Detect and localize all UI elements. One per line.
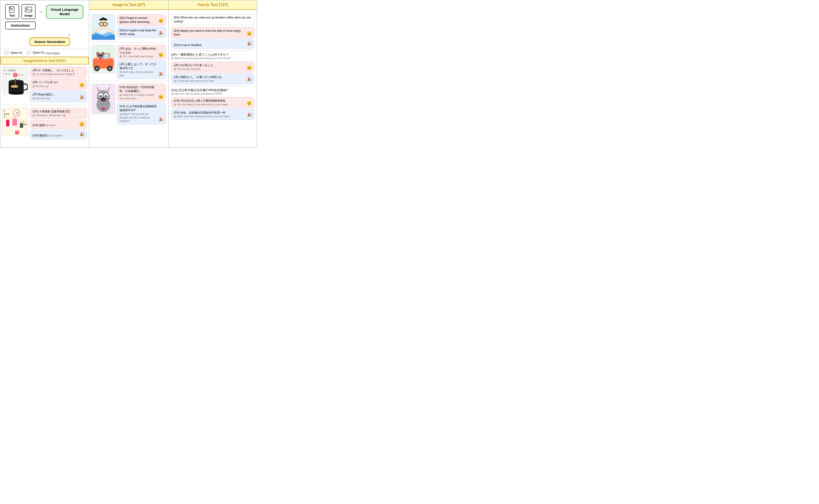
svg-text:②: ② xyxy=(4,110,5,112)
i2t-header: Image to Text (I2T) xyxy=(89,0,168,10)
it2t-bubble-1-1-text: (JP) ① 大変嬉し、ついに?ました xyxy=(32,68,84,72)
i2t-bubble-swimmer-2-text: (EN) An apple a day keep the doctor away… xyxy=(119,29,157,36)
it2t-bubble-2-1-text: (CN) ①求婚者 ②被求婚者 ③? xyxy=(32,110,84,114)
t2t-bubble-en-2-emoji: 🎉 xyxy=(247,41,252,47)
it2t-cards-2: (CN) ①求婚者 ②被求婚者 ③? @ ①Proposer ②Proposee… xyxy=(30,108,87,139)
svg-point-29 xyxy=(13,115,16,119)
arrow-down-1: ↓ xyxy=(68,32,70,36)
top-diagram: ≡ Text Image → xyxy=(0,0,89,49)
i2t-cards-swimmer: (EN) Forgot to remove glasses while swim… xyxy=(117,14,166,40)
svg-rect-34 xyxy=(6,120,9,126)
it2t-image-cup: ① 大変嬉し ついに ? ました xyxy=(2,67,28,95)
svg-point-76 xyxy=(106,95,107,96)
i2t-bubble-cat-2-emoji: 🎉 xyxy=(158,117,163,123)
legend-item-2: Qwen-VL+ CLoT (Ours) xyxy=(26,51,59,55)
center-panel: Image to Text (I2T) xyxy=(89,0,169,147)
it2t-bubble-2-3-text: (CN) 翻译员 @ Translator xyxy=(32,134,78,138)
i2t-title: Image to Text (I2T) xyxy=(112,3,145,7)
text-doc-icon: ≡ xyxy=(8,6,16,14)
i2t-bubble-cat-1-text: (CN) 哈哈这是一只快乐的猫咪，它张着嘴巴.... @ Haha this i… xyxy=(119,85,157,100)
i2t-block-cat: (CN) 哈哈这是一只快乐的猫咪，它张着嘴巴.... @ Haha this i… xyxy=(92,81,166,127)
svg-point-80 xyxy=(103,108,104,110)
arrow-right-1: → xyxy=(38,9,43,14)
i2t-cards-dog: (JP) ああ、やっと運転が始められるね @ Oh, I can finally… xyxy=(117,45,166,79)
svg-text:ました: ました xyxy=(17,74,23,76)
swimmer-illustration xyxy=(92,15,115,40)
vlm-label: Visual LanguageModel xyxy=(51,7,79,16)
t2t-header: Text to Text (T2T) xyxy=(169,0,257,10)
i2t-bubble-cat-2-text: (CN) 什么?!现在要去宠物医院做绝育手术!? @ What?! Going … xyxy=(119,104,157,123)
it2t-cards-1: (JP) ① 大変嬉し、ついに?ました @ ① I am so happy be… xyxy=(30,67,87,102)
svg-point-73 xyxy=(99,95,102,97)
i2t-bubble-swimmer-1-text: (EN) Forgot to remove glasses while swim… xyxy=(119,16,157,24)
svg-text:ついに: ついに xyxy=(4,73,11,75)
cup-illustration: ① 大変嬉し ついに ? ました xyxy=(3,67,28,95)
t2t-block-cn: (CN) 怎么样才能让论文被CVPR会议接收? @ How can I get … xyxy=(171,86,254,122)
wedding-illustration: ② 被求婚 者 ① 求婚者 ③ xyxy=(3,108,28,136)
t2t-bubble-en-1-text: (EN) Maybe you need to enlist the help o… xyxy=(174,29,246,37)
t2t-block-jp: (JP) 一番絶望的だと思うことは何ですか？ @ What's the most… xyxy=(171,51,254,86)
svg-text:者: 者 xyxy=(4,116,5,118)
t2t-bubble-en-1: (EN) Maybe you need to enlist the help o… xyxy=(171,27,254,39)
legend-swatch-1 xyxy=(4,51,9,55)
it2t-bubble-1-3-text: (JP) Bugを修正し@ fixed the Bug xyxy=(32,93,78,100)
main-container: ≡ Text Image → xyxy=(0,0,257,148)
svg-text:?: ? xyxy=(16,131,18,134)
i2t-block-swimmer: (EN) Forgot to remove glasses while swim… xyxy=(92,12,166,43)
t2t-title: Text to Text (T2T) xyxy=(197,3,228,7)
it2t-content: ① 大変嬉し ついに ? ました xyxy=(0,64,89,147)
humor-label: Humor Generation xyxy=(34,40,65,44)
it2t-title: Image&Text to Text (IT2T) xyxy=(23,59,66,63)
legend-item-1: Qwen-VL xyxy=(4,51,22,55)
svg-text:≡: ≡ xyxy=(9,7,10,9)
svg-rect-32 xyxy=(20,123,23,128)
dog-driving-illustration xyxy=(92,45,115,73)
svg-rect-30 xyxy=(12,119,17,126)
svg-point-75 xyxy=(100,95,101,96)
i2t-bubble-cat-2: (CN) 什么?!现在要去宠物医院做绝育手术!? @ What?! Going … xyxy=(117,103,166,124)
t2t-content: (EN) What else can wake you up besides c… xyxy=(169,10,257,147)
left-panel: ≡ Text Image → xyxy=(0,0,89,147)
it2t-bubble-2-2: (CN) 牧师 @ Pastor 😐 xyxy=(30,120,87,129)
i2t-bubble-swimmer-2-emoji: 🎉 xyxy=(158,30,163,36)
t2t-bubble-cn-1: (CN) 可以在论文上附上可爱的猫咪表情包 @ You can attach a… xyxy=(171,97,254,108)
svg-point-74 xyxy=(105,95,107,97)
i2t-bubble-dog-1: (JP) ああ、やっと運転が始められるね @ Oh, I can finally… xyxy=(117,45,166,60)
t2t-bubble-jp-1: (JP) 犬が私のピザを食べました @ The dog ate my pizza… xyxy=(171,62,254,72)
svg-point-53 xyxy=(96,67,98,70)
svg-text:① 大変嬉し: ① 大変嬉し xyxy=(4,69,17,72)
it2t-block-1: ① 大変嬉し ついに ? ました xyxy=(2,67,87,105)
i2t-bubble-swimmer-2: (EN) An apple a day keep the doctor away… xyxy=(117,27,166,38)
it2t-bubble-1-3: (JP) Bugを修正し@ fixed the Bug 🎉 xyxy=(30,91,87,102)
it2t-bubble-2-1-sub: @ ①Proposer ②Proposee ③? xyxy=(32,114,84,117)
it2t-block-2: ② 被求婚 者 ① 求婚者 ③ xyxy=(2,108,87,142)
image-doc-icon xyxy=(25,6,32,14)
t2t-bubble-cn-2: (CN) 哈哈，这就像在问我如何中彩票一样 @ Haha, that's lik… xyxy=(171,109,254,120)
t2t-bubble-en-1-emoji: 😐 xyxy=(247,31,252,37)
legend-label-2: Qwen-VL+ CLoT (Ours) xyxy=(33,51,59,55)
t2t-bubble-cn-2-emoji: 🎉 xyxy=(247,112,252,118)
t2t-bubble-jp-2: (JP) 月曜日だし、仕事に行く時間だね @ It's Monday and t… xyxy=(171,74,254,84)
it2t-bubble-1-1: (JP) ① 大変嬉し、ついに?ました @ ① I am so happy be… xyxy=(30,67,87,77)
t2t-bubble-cn-1-emoji: 😐 xyxy=(247,100,252,106)
t2t-bubble-jp-2-emoji: 🎉 xyxy=(247,77,252,82)
t2t-bubble-cn-1-text: (CN) 可以在论文上附上可爱的猫咪表情包 @ You can attach a… xyxy=(174,99,246,106)
i2t-bubble-cat-1: (CN) 哈哈这是一只快乐的猫咪，它张着嘴巴.... @ Haha this i… xyxy=(117,84,166,102)
legend-swatch-2 xyxy=(26,51,31,55)
i2t-image-cat xyxy=(92,84,115,114)
svg-point-17 xyxy=(9,92,24,95)
it2t-bubble-1-3-emoji: 🎉 xyxy=(79,95,84,100)
t2t-bubble-en-q: (EN) What else can wake you up besides c… xyxy=(171,14,254,25)
right-panel: Text to Text (T2T) (EN) What else can wa… xyxy=(169,0,257,147)
it2t-bubble-1-2-text: (JP) コップを見つけ@ find the cup xyxy=(32,80,78,88)
cat-illustration xyxy=(92,84,115,114)
t2t-bubble-en-q-text: (EN) What else can wake you up besides c… xyxy=(174,16,251,23)
t2t-cn-q-main: (CN) 怎么样才能让论文被CVPR会议接收? xyxy=(171,88,254,92)
svg-text:?: ? xyxy=(14,73,16,77)
it2t-bubble-2-1: (CN) ①求婚者 ②被求婚者 ③? @ ①Proposer ②Proposee… xyxy=(30,108,87,118)
i2t-bubble-swimmer-1-emoji: 😐 xyxy=(158,18,163,24)
t2t-cn-q-sub: @ How can I get my paper accepted to CVP… xyxy=(171,92,254,95)
text-label: Text xyxy=(9,14,15,17)
svg-rect-50 xyxy=(104,54,109,58)
legend-label-1: Qwen-VL xyxy=(11,51,22,54)
